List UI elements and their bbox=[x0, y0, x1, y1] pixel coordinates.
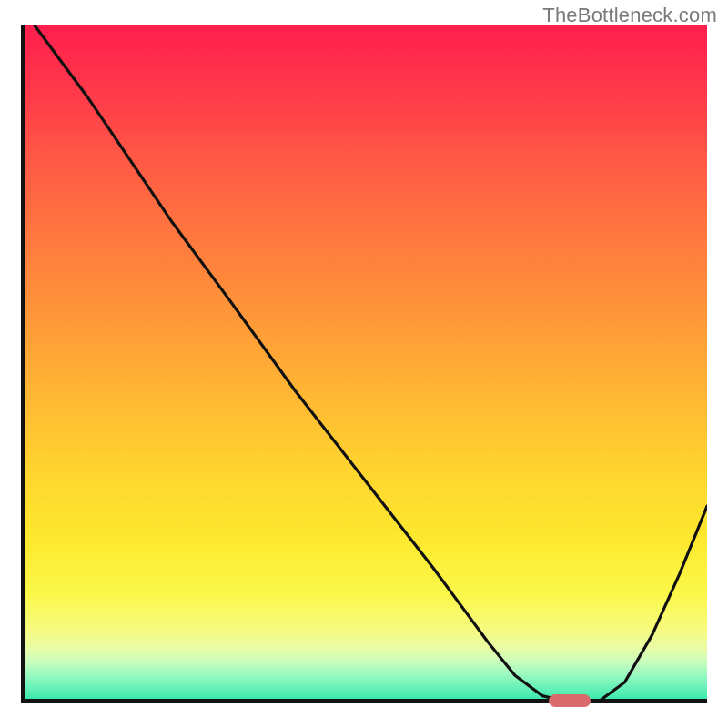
watermark-text: TheBottleneck.com bbox=[542, 4, 717, 27]
plot-area bbox=[21, 25, 707, 703]
chart-container: TheBottleneck.com bbox=[0, 0, 728, 728]
optimal-marker bbox=[549, 694, 591, 707]
bottleneck-curve bbox=[21, 25, 707, 703]
